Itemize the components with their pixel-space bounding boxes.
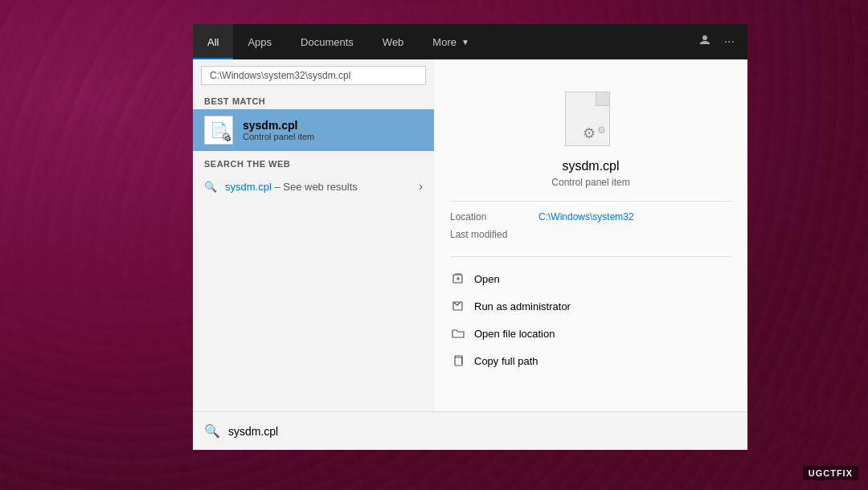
search-icon: 🔍 <box>204 181 217 193</box>
file-details: Location C:\Windows\system32 Last modifi… <box>450 211 731 257</box>
modified-label: Last modified <box>450 229 522 240</box>
modified-row: Last modified <box>450 229 731 240</box>
bottom-search-icon: 🔍 <box>204 423 220 439</box>
main-content: C:\Windows\system32\sysdm.cpl Best match… <box>193 59 747 450</box>
result-item-info: sysdm.cpl Control panel item <box>243 119 314 141</box>
nav-tabs: All Apps Documents Web More ▼ <box>193 24 686 59</box>
result-item-name: sysdm.cpl <box>243 119 314 132</box>
account-icon[interactable] <box>695 31 714 53</box>
svg-rect-2 <box>455 357 462 365</box>
open-file-location-label: Open file location <box>474 328 555 340</box>
file-gears-icon: ⚙⚙ <box>583 125 606 142</box>
open-label: Open <box>474 273 500 285</box>
folder-icon <box>450 325 466 341</box>
nav-icons: ··· <box>686 24 747 59</box>
bottom-search-text[interactable]: sysdm.cpl <box>228 425 278 438</box>
gear-overlay-icon: ⚙ <box>224 134 231 143</box>
chevron-down-icon: ▼ <box>461 38 469 47</box>
run-as-admin-label: Run as administrator <box>474 300 571 312</box>
action-open-file-location[interactable]: Open file location <box>450 321 731 345</box>
file-preview: ⚙⚙ sysdm.cpl Control panel item <box>450 76 731 202</box>
result-item-icon: 📄 ⚙ <box>204 116 233 145</box>
result-item-type: Control panel item <box>243 132 314 141</box>
bottom-search-bar: 🔍 sysdm.cpl <box>193 411 747 450</box>
location-value[interactable]: C:\Windows\system32 <box>538 211 634 223</box>
copy-icon <box>450 353 466 369</box>
web-search-label: Search the web <box>193 151 434 174</box>
file-icon-large: ⚙⚙ <box>565 92 616 149</box>
nav-bar: All Apps Documents Web More ▼ ··· <box>193 24 747 59</box>
arrow-right-icon: › <box>419 180 423 193</box>
tab-more[interactable]: More ▼ <box>418 24 484 59</box>
action-copy-full-path[interactable]: Copy full path <box>450 349 731 373</box>
tab-apps[interactable]: Apps <box>233 24 286 59</box>
best-match-label: Best match <box>193 92 434 109</box>
right-panel: ⚙⚙ sysdm.cpl Control panel item Location… <box>434 59 747 450</box>
more-options-icon[interactable]: ··· <box>721 31 738 52</box>
search-panel: All Apps Documents Web More ▼ ··· <box>193 24 747 450</box>
open-icon <box>450 271 466 287</box>
search-path-bar: C:\Windows\system32\sysdm.cpl <box>201 66 426 85</box>
tab-documents[interactable]: Documents <box>286 24 368 59</box>
tab-web[interactable]: Web <box>368 24 419 59</box>
file-page-icon: ⚙⚙ <box>565 92 610 146</box>
watermark: UGCTFIX <box>803 466 858 480</box>
copy-full-path-label: Copy full path <box>474 355 538 367</box>
location-row: Location C:\Windows\system32 <box>450 211 731 223</box>
action-list: Open Run as administrator <box>450 267 731 373</box>
file-title: sysdm.cpl <box>562 159 619 174</box>
file-icon: 📄 <box>210 121 227 139</box>
admin-icon <box>450 298 466 314</box>
action-open[interactable]: Open <box>450 267 731 291</box>
web-search-text: sysdm.cpl – See web results <box>225 181 411 193</box>
web-search-item[interactable]: 🔍 sysdm.cpl – See web results › <box>193 174 434 199</box>
tab-all[interactable]: All <box>193 24 233 59</box>
action-run-as-admin[interactable]: Run as administrator <box>450 294 731 318</box>
location-label: Location <box>450 211 522 223</box>
file-type: Control panel item <box>551 177 629 188</box>
result-item-sysdm[interactable]: 📄 ⚙ sysdm.cpl Control panel item <box>193 109 434 151</box>
left-panel: C:\Windows\system32\sysdm.cpl Best match… <box>193 59 434 450</box>
